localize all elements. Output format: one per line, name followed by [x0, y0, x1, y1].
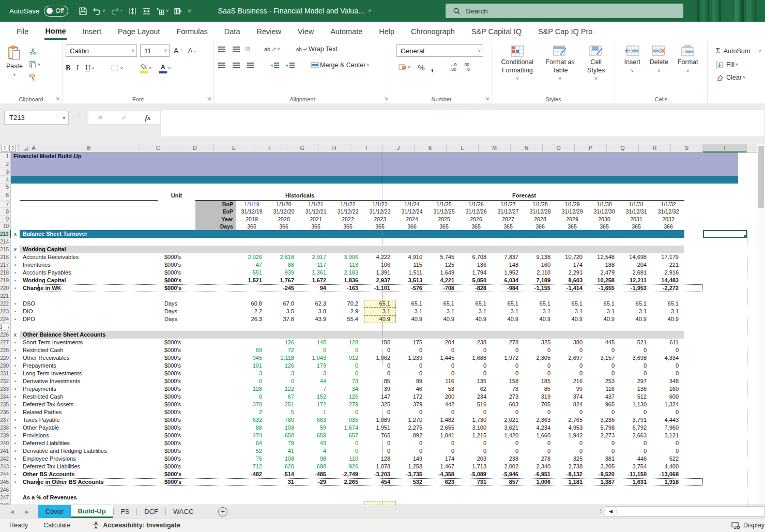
row-label[interactable]: Employee Provisions: [20, 455, 121, 463]
cell-value[interactable]: 278: [524, 455, 556, 463]
period-cell[interactable]: 1/1/28: [524, 201, 556, 208]
cell-value[interactable]: 41: [268, 447, 300, 455]
period-cell[interactable]: 31/12/32: [652, 208, 684, 216]
cell-value[interactable]: -8,132: [556, 470, 588, 478]
cell-value[interactable]: 0: [236, 393, 268, 401]
cell-value[interactable]: 0: [524, 362, 556, 370]
unit-cell[interactable]: $000's: [158, 385, 195, 393]
spacer[interactable]: [121, 315, 158, 323]
row-label[interactable]: Derivative and Hedging Liabilities: [20, 447, 121, 455]
column-header-S[interactable]: S: [671, 144, 703, 153]
cell-value[interactable]: 600: [652, 393, 684, 401]
decrease-font-button[interactable]: A⌄: [187, 46, 198, 55]
next-sheet-icon[interactable]: ▶: [25, 509, 29, 514]
column-header-O[interactable]: O: [543, 144, 575, 153]
sheet-tab-cover[interactable]: Cover: [38, 505, 71, 518]
cell-value[interactable]: 446: [620, 455, 652, 463]
autosum-button[interactable]: ΣAutoSum˅: [715, 45, 765, 56]
cell-value[interactable]: -1,414: [556, 284, 588, 292]
cell-value[interactable]: 0: [524, 370, 556, 377]
cell-value[interactable]: 2,275: [396, 424, 428, 432]
period-cell[interactable]: 1/1/29: [556, 201, 588, 208]
column-width-icon[interactable]: [142, 7, 151, 16]
column-header-G[interactable]: G: [286, 144, 318, 153]
spacer[interactable]: [195, 261, 236, 269]
row-label[interactable]: Prepayments: [20, 362, 121, 370]
cell-value[interactable]: 174: [428, 455, 460, 463]
cell-value[interactable]: -4,358: [428, 470, 460, 478]
spacer[interactable]: [195, 300, 236, 308]
cell-value[interactable]: 2,618: [268, 253, 300, 261]
spacer[interactable]: [121, 253, 158, 261]
bottom-align-button[interactable]: [246, 48, 249, 51]
font-color-button[interactable]: A˅: [158, 63, 172, 74]
cell-value[interactable]: 437: [588, 393, 620, 401]
row-header[interactable]: 241: [0, 447, 11, 455]
cell-value[interactable]: 72: [268, 346, 300, 354]
cell-value[interactable]: 60.8: [236, 300, 268, 308]
cell-value[interactable]: 125: [428, 261, 460, 269]
cell-value[interactable]: 65.1: [460, 300, 492, 308]
row-header[interactable]: 246: [0, 486, 11, 494]
cell-value[interactable]: 603: [492, 401, 524, 408]
ribbon-tab-home[interactable]: Home: [37, 22, 74, 41]
cell-value[interactable]: 43: [300, 439, 332, 447]
row-header[interactable]: 3: [0, 168, 11, 176]
row-header[interactable]: 218: [0, 269, 11, 277]
conditional-formatting-button[interactable]: Conditional Formatting˅: [495, 44, 540, 82]
column-header-E[interactable]: E: [214, 144, 254, 153]
cell-value[interactable]: 4,334: [652, 354, 684, 362]
cell-value[interactable]: 1: [300, 408, 332, 416]
accounting-format-button[interactable]: ˅: [397, 63, 411, 72]
cell-value[interactable]: 3,621: [492, 424, 524, 432]
period-cell[interactable]: 366: [524, 223, 556, 230]
cell-value[interactable]: 1,730: [460, 416, 492, 424]
cell-value[interactable]: 0: [524, 447, 556, 455]
unit-cell[interactable]: $000's: [158, 401, 195, 408]
row-header[interactable]: 233: [0, 385, 11, 393]
increase-indent-button[interactable]: ▸: [285, 62, 296, 69]
unit-cell[interactable]: $000's: [158, 354, 195, 362]
row-header[interactable]: 243: [0, 463, 11, 470]
spacer[interactable]: [11, 216, 195, 223]
autosave-toggle[interactable]: AutoSave Off: [9, 6, 68, 17]
cell-value[interactable]: 3.1: [652, 308, 684, 315]
cell-value[interactable]: 1,361: [300, 269, 332, 277]
cell-value[interactable]: 4,400: [652, 463, 684, 470]
cell-value[interactable]: 62.3: [300, 300, 332, 308]
cell-value[interactable]: 53: [428, 385, 460, 393]
cell-value[interactable]: 474: [236, 432, 268, 439]
cell-value[interactable]: 0: [332, 439, 364, 447]
cell-value[interactable]: 0: [428, 370, 460, 377]
unit-cell[interactable]: $000's: [158, 432, 195, 439]
cell-value[interactable]: 0: [396, 439, 428, 447]
cell-value[interactable]: 0: [652, 346, 684, 354]
font-name-select[interactable]: Calibri˅: [66, 44, 137, 57]
cell-value[interactable]: 2,002: [492, 463, 524, 470]
underline-button[interactable]: U˅: [84, 63, 95, 73]
cell-value[interactable]: 3,906: [332, 253, 364, 261]
cell-value[interactable]: 128: [364, 455, 396, 463]
cell-value[interactable]: 0: [364, 447, 396, 455]
spacer[interactable]: [121, 401, 158, 408]
cell-value[interactable]: 253: [588, 377, 620, 385]
cell-value[interactable]: 1,918: [652, 478, 684, 486]
cell-value[interactable]: 179: [300, 362, 332, 370]
cell-value[interactable]: 1,482: [428, 416, 460, 424]
cell-value[interactable]: -5,946: [492, 470, 524, 478]
cell-value[interactable]: 4: [300, 447, 332, 455]
cell-value[interactable]: 5,798: [588, 424, 620, 432]
cell-value[interactable]: 1,794: [460, 269, 492, 277]
cell-value[interactable]: 659: [300, 432, 332, 439]
spacer[interactable]: [121, 447, 158, 455]
cell-value[interactable]: 0: [588, 447, 620, 455]
dialog-launcher-icon[interactable]: ⇲: [207, 96, 211, 101]
cell-value[interactable]: 64: [236, 439, 268, 447]
cell-value[interactable]: 2,697: [556, 354, 588, 362]
cell-value[interactable]: 1,043: [300, 354, 332, 362]
period-cell[interactable]: 2028: [524, 216, 556, 223]
period-cell[interactable]: 2026: [460, 216, 492, 223]
row-header[interactable]: 240: [0, 439, 11, 447]
period-cell[interactable]: 31/12/28: [524, 208, 556, 216]
dialog-launcher-icon[interactable]: ⇲: [55, 96, 59, 101]
